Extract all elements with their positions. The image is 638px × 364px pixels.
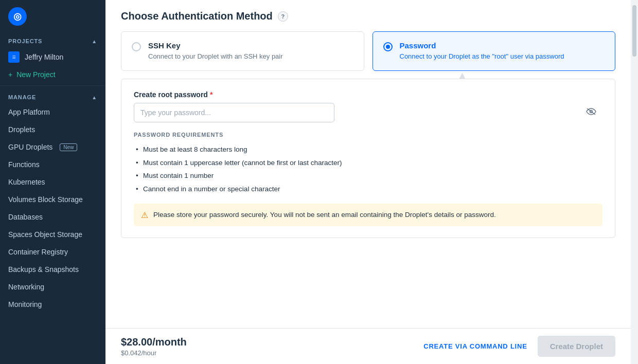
- sidebar-item-gpu-droplets[interactable]: GPU Droplets New: [0, 138, 105, 156]
- sidebar-item-label: Monitoring: [8, 300, 42, 308]
- manage-label: MANAGE: [8, 94, 36, 100]
- sidebar-item-databases[interactable]: Databases: [0, 208, 105, 226]
- requirement-item: Must contain 1 uppercase letter (cannot …: [134, 156, 602, 170]
- requirement-item: Must be at least 8 characters long: [134, 143, 602, 156]
- plus-icon: +: [8, 70, 12, 79]
- price-monthly: $28.00/month: [121, 336, 187, 348]
- sidebar-item-label: Databases: [8, 213, 43, 221]
- page-title: Choose Authentication Method: [121, 10, 273, 22]
- sidebar-item-label: Container Registry: [8, 248, 68, 256]
- sidebar-item-backups-snapshots[interactable]: Backups & Snapshots: [0, 261, 105, 278]
- sidebar-logo: ◎: [0, 0, 105, 33]
- app-logo-icon: ◎: [8, 7, 27, 26]
- requirement-item: Must contain 1 number: [134, 169, 602, 183]
- requirements-label: PASSWORD REQUIREMENTS: [134, 132, 602, 138]
- manage-chevron-icon[interactable]: ▲: [92, 95, 97, 100]
- sidebar-project-jeffry-milton[interactable]: ≡ Jeffry Milton: [0, 47, 105, 67]
- ssh-key-radio[interactable]: [132, 42, 141, 51]
- sidebar-item-label: Volumes Block Storage: [8, 195, 83, 204]
- password-form-label: Create root password *: [134, 90, 602, 99]
- new-project-button[interactable]: + New Project: [0, 67, 105, 82]
- ssh-key-title: SSH Key: [148, 41, 283, 50]
- sidebar-divider: [0, 85, 105, 86]
- ssh-key-auth-card[interactable]: SSH Key Connect to your Droplet with an …: [121, 31, 364, 71]
- projects-chevron-icon[interactable]: ▲: [92, 39, 97, 44]
- create-via-command-line-link[interactable]: CREATE VIA COMMAND LINE: [423, 342, 527, 350]
- eye-toggle-icon[interactable]: [586, 108, 596, 117]
- sidebar-item-monitoring[interactable]: Monitoring: [0, 296, 105, 313]
- sidebar-item-label: Droplets: [8, 125, 35, 134]
- footer-bar: $28.00/month $0.042/hour CREATE VIA COMM…: [105, 328, 631, 364]
- password-card-content: Password Connect to your Droplet as the …: [400, 41, 564, 61]
- sidebar-item-label: App Platform: [8, 108, 50, 116]
- password-input[interactable]: [134, 103, 334, 122]
- sidebar-item-label: Spaces Object Storage: [8, 230, 82, 239]
- create-droplet-button[interactable]: Create Droplet: [538, 336, 615, 357]
- ssh-key-description: Connect to your Droplet with an SSH key …: [148, 52, 283, 61]
- sidebar-item-app-platform[interactable]: App Platform: [0, 103, 105, 121]
- sidebar-item-networking[interactable]: Networking: [0, 278, 105, 296]
- projects-label: PROJECTS: [8, 38, 42, 44]
- requirement-item: Cannot end in a number or special charac…: [134, 183, 602, 196]
- sidebar-item-label: GPU Droplets: [8, 143, 52, 151]
- password-input-wrapper: [134, 103, 602, 122]
- warning-text: Please store your password securely. You…: [153, 210, 496, 220]
- password-description: Connect to your Droplet as the "root" us…: [400, 52, 564, 61]
- new-project-label: New Project: [16, 70, 55, 79]
- sidebar-item-spaces-object-storage[interactable]: Spaces Object Storage: [0, 226, 105, 243]
- sidebar-item-volumes-block-storage[interactable]: Volumes Block Storage: [0, 191, 105, 208]
- price-hourly: $0.042/hour: [121, 349, 187, 357]
- ssh-key-card-content: SSH Key Connect to your Droplet with an …: [148, 41, 283, 61]
- sidebar-item-functions[interactable]: Functions: [0, 156, 105, 173]
- sidebar-item-label: Kubernetes: [8, 178, 45, 186]
- project-name: Jeffry Milton: [25, 53, 63, 61]
- requirements-list: Must be at least 8 characters long Must …: [134, 143, 602, 195]
- auth-method-section-title: Choose Authentication Method ?: [121, 10, 615, 22]
- content-area: Choose Authentication Method ? SSH Key C…: [105, 0, 631, 328]
- price-block: $28.00/month $0.042/hour: [121, 336, 187, 357]
- projects-section-header: PROJECTS ▲: [0, 33, 105, 47]
- password-form: Create root password * PASSWORD REQUIREM…: [121, 79, 615, 238]
- required-indicator: *: [210, 90, 212, 99]
- new-badge: New: [60, 143, 77, 151]
- sidebar-item-droplets[interactable]: Droplets: [0, 121, 105, 138]
- project-icon: ≡: [8, 51, 20, 63]
- warning-box: ⚠ Please store your password securely. Y…: [134, 204, 602, 226]
- manage-section-header: MANAGE ▲: [0, 89, 105, 103]
- sidebar-item-container-registry[interactable]: Container Registry: [0, 243, 105, 261]
- sidebar-item-kubernetes[interactable]: Kubernetes: [0, 173, 105, 191]
- sidebar-item-label: Functions: [8, 160, 40, 169]
- sidebar-item-label: Backups & Snapshots: [8, 265, 79, 274]
- sidebar: ◎ PROJECTS ▲ ≡ Jeffry Milton + New Proje…: [0, 0, 105, 364]
- warning-triangle-icon: ⚠: [141, 210, 148, 220]
- password-title: Password: [400, 41, 564, 50]
- sidebar-item-label: Networking: [8, 283, 44, 291]
- password-auth-card[interactable]: Password Connect to your Droplet as the …: [373, 31, 616, 71]
- right-scrollbar[interactable]: [631, 0, 638, 364]
- scrollbar-thumb[interactable]: [632, 5, 636, 57]
- tooltip-arrow: ▲: [457, 71, 467, 79]
- password-radio[interactable]: [383, 42, 393, 51]
- auth-options: SSH Key Connect to your Droplet with an …: [121, 31, 615, 71]
- help-icon[interactable]: ?: [278, 11, 288, 22]
- footer-actions: CREATE VIA COMMAND LINE Create Droplet: [423, 336, 615, 357]
